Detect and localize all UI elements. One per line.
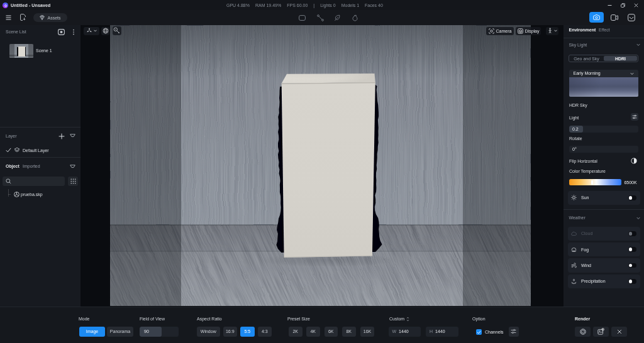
display-menu-button[interactable]: Display: [516, 27, 541, 35]
color-temperature-slider[interactable]: [569, 179, 622, 185]
sun-label: Sun: [581, 195, 589, 200]
height-value: 1440: [435, 329, 445, 334]
preset-2k-button[interactable]: 2K: [289, 327, 303, 337]
render-label: Render: [575, 317, 590, 321]
fov-label: Field of View: [140, 317, 165, 321]
render-queue-button[interactable]: [627, 13, 635, 21]
sun-toggle[interactable]: [628, 195, 637, 200]
walk-person-icon: [547, 28, 553, 34]
light-settings-button[interactable]: [631, 113, 638, 121]
world-coordinate-button[interactable]: [101, 27, 109, 35]
object-filter-label[interactable]: Imported: [23, 164, 40, 168]
tab-environment[interactable]: Environment: [569, 28, 596, 32]
add-layer-button[interactable]: [58, 133, 65, 139]
sky-light-title[interactable]: Sky Light: [569, 43, 587, 47]
object-search-input[interactable]: [3, 177, 65, 186]
measure-tape-icon: [113, 27, 120, 34]
collapse-layer-icon[interactable]: [70, 134, 75, 139]
channels-checkbox[interactable]: [476, 329, 482, 335]
import-button[interactable]: [19, 13, 26, 21]
light-intensity-slider[interactable]: 0.2: [569, 126, 639, 133]
precipitation-toggle[interactable]: [628, 279, 637, 284]
gizmo-mode-dropdown[interactable]: [84, 27, 99, 35]
aspect-4-3-button[interactable]: 4:3: [258, 327, 272, 337]
aspect-16-9-button[interactable]: 16:9: [223, 327, 238, 337]
geo-and-sky-option[interactable]: Geo and Sky: [569, 55, 604, 62]
material-tool-icon[interactable]: [298, 14, 306, 21]
render-settings-bar: Mode Image Panorama Field of View 90 Asp…: [0, 307, 644, 343]
render-video-button[interactable]: [610, 14, 618, 21]
render-close-button[interactable]: [611, 327, 627, 337]
hdri-option[interactable]: HDRI: [604, 56, 637, 61]
close-icon: [617, 329, 622, 334]
object-item-label[interactable]: prueba.skp: [21, 192, 43, 197]
camera-icon: [593, 14, 600, 20]
add-scene-button[interactable]: [58, 29, 65, 35]
preset-4k-button[interactable]: 4K: [306, 327, 320, 337]
render-aperture-button[interactable]: [575, 327, 591, 337]
preset-16k-button[interactable]: 16K: [360, 327, 374, 337]
render-to-photo-button[interactable]: [593, 327, 609, 337]
environment-panel: Environment Effect Sky Light Geo and Sky…: [564, 25, 644, 307]
channels-label[interactable]: Channels: [485, 330, 504, 334]
sky-light-chevron-icon[interactable]: [636, 43, 640, 46]
wind-toggle[interactable]: [628, 263, 637, 268]
walk-mode-dropdown[interactable]: [546, 27, 558, 35]
assets-label: Assets: [47, 16, 60, 20]
preset-8k-button[interactable]: 8K: [342, 327, 356, 337]
camera-menu-button[interactable]: Camera: [486, 27, 514, 35]
scene-thumbnail[interactable]: [9, 44, 33, 58]
assets-button[interactable]: Assets: [33, 13, 67, 22]
mode-panorama-button[interactable]: Panorama: [107, 327, 133, 337]
particle-tool-icon[interactable]: [351, 14, 358, 21]
vegetation-tool-icon[interactable]: [333, 14, 341, 21]
path-tool-icon[interactable]: [316, 14, 324, 21]
weather-title[interactable]: Weather: [569, 215, 586, 220]
restore-button[interactable]: [616, 0, 630, 10]
minimize-button[interactable]: [603, 0, 616, 10]
layer-visible-check-icon[interactable]: [6, 148, 11, 153]
layer-title: Layer: [6, 134, 17, 138]
render-image-button[interactable]: [589, 12, 604, 23]
object-grid-view-button[interactable]: [68, 177, 78, 186]
hdri-preset-value: Early Morning: [574, 71, 601, 75]
check-icon: [477, 330, 481, 334]
hdri-preview-image[interactable]: [569, 77, 639, 97]
custom-height-input[interactable]: H 1440: [426, 327, 458, 337]
flip-horizontal-toggle[interactable]: [631, 158, 637, 164]
collapse-object-icon[interactable]: [70, 165, 75, 170]
tab-effect[interactable]: Effect: [599, 28, 610, 32]
cloud-toggle[interactable]: [628, 231, 637, 236]
custom-width-input[interactable]: W 1440: [389, 327, 421, 337]
close-button[interactable]: [630, 0, 643, 10]
gpu-stat: GPU 4.88%: [226, 3, 250, 8]
viewport-3d[interactable]: Camera Display: [80, 25, 564, 307]
preset-6k-button[interactable]: 6K: [325, 327, 338, 337]
measure-tool-button[interactable]: [113, 26, 121, 35]
rotate-input[interactable]: 0°: [569, 146, 639, 153]
chevron-down-icon: [94, 30, 97, 32]
hdri-preset-select[interactable]: Early Morning: [569, 70, 639, 78]
aspect-window-button[interactable]: Window: [197, 327, 220, 337]
weather-chevron-icon[interactable]: [636, 217, 640, 220]
sliders-icon: [511, 329, 516, 334]
fov-input[interactable]: 90: [140, 327, 179, 337]
scene-list-title: Scene List: [6, 30, 26, 34]
option-label: Option: [472, 317, 486, 321]
scene-list-menu-button[interactable]: [70, 29, 77, 35]
mode-image-button[interactable]: Image: [79, 327, 105, 337]
cloud-card: Cloud: [568, 227, 640, 241]
light-intensity-value: 0.2: [572, 126, 579, 133]
scene-item-label[interactable]: Scene 1: [36, 48, 52, 53]
color-temperature-handle[interactable]: [591, 180, 593, 185]
default-layer-label[interactable]: Default Layer: [23, 148, 49, 153]
fog-toggle[interactable]: [628, 247, 637, 252]
aspect-5-5-button[interactable]: 5:5: [240, 327, 255, 337]
fog-card: Fog: [568, 242, 640, 257]
object-title[interactable]: Object: [6, 164, 19, 168]
globe-icon: [103, 28, 109, 34]
link-dimensions-icon[interactable]: [406, 317, 410, 322]
rotate-value: 0°: [572, 146, 577, 153]
menu-button[interactable]: [4, 14, 12, 21]
option-settings-button[interactable]: [509, 327, 519, 337]
